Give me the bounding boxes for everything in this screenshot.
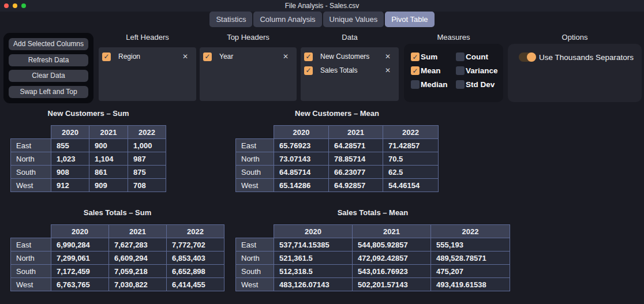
median-checkbox[interactable] [411, 80, 420, 89]
add-selected-columns-button[interactable]: Add Selected Columns [9, 38, 88, 50]
table-cell: 62.5 [383, 166, 439, 179]
measure-label: Std Dev [466, 80, 495, 89]
column-item-label: New Customers [320, 52, 369, 61]
row-header: East [236, 238, 274, 252]
table-cell: 6,763,765 [51, 278, 109, 291]
row-header: East [236, 139, 274, 152]
window-title: File Analysis - Sales.csv [0, 2, 644, 10]
table-cell: 493,419.61538 [431, 278, 510, 291]
table-row: South64.8571466.2307762.5 [236, 166, 439, 179]
count-checkbox[interactable] [456, 52, 465, 61]
measure-label: Mean [421, 66, 441, 75]
pivot-table-sales-totals-mean: 202020212022East537,714.15385544,805.928… [235, 224, 510, 291]
pivot-table-title: Sales Totals – Mean [235, 208, 510, 217]
table-cell: 544,805.92857 [353, 238, 431, 252]
measure-label: Variance [466, 66, 498, 75]
table-cell: 6,414,455 [167, 278, 224, 291]
tab-pivot-table[interactable]: Pivot Table [385, 12, 434, 27]
new-customers-checkbox[interactable]: ✓ [304, 52, 313, 61]
table-cell: 64.85714 [274, 166, 329, 179]
pivot-table-block-sales-totals-mean: Sales Totals – Mean202020212022East537,7… [235, 208, 510, 291]
column-header: 2021 [89, 126, 128, 139]
table-row: East65.7692364.2857171.42857 [236, 139, 439, 152]
column-header: 2021 [353, 225, 431, 238]
column-header: 2022 [128, 126, 166, 139]
table-cell: 1,023 [51, 152, 89, 166]
row-header: West [11, 179, 51, 192]
refresh-data-button[interactable]: Refresh Data [9, 54, 88, 66]
sum-checkbox[interactable]: ✓ [411, 52, 420, 61]
year-remove-icon[interactable]: ✕ [283, 52, 289, 61]
sales-totals-remove-icon[interactable]: ✕ [385, 66, 391, 74]
table-cell: 71.42857 [383, 139, 439, 152]
table-cell: 543,016.76923 [353, 265, 431, 278]
table-cell: 6,652,898 [167, 265, 224, 278]
tab-column-analysis[interactable]: Column Analysis [253, 12, 321, 27]
year-checkbox[interactable]: ✓ [203, 52, 212, 61]
region-checkbox[interactable]: ✓ [102, 52, 111, 61]
row-header: South [236, 265, 274, 278]
table-cell: 65.14286 [274, 179, 329, 192]
row-header: South [11, 265, 51, 278]
table-cell: 521,361.5 [274, 252, 353, 265]
table-row: East537,714.15385544,805.92857555,193 [236, 238, 510, 252]
row-header: West [11, 278, 51, 291]
table-cell: 7,627,283 [109, 238, 167, 252]
measure-count: Count [456, 52, 498, 61]
region-remove-icon[interactable]: ✕ [182, 52, 188, 61]
table-cell: 855 [51, 139, 89, 152]
row-header: East [11, 139, 51, 152]
column-header: 2022 [167, 225, 224, 238]
table-cell: 6,609,294 [109, 252, 167, 265]
table-cell: 909 [89, 179, 128, 192]
table-row: North521,361.5472,092.42857489,528.78571 [236, 252, 510, 265]
tab-unique-values[interactable]: Unique Values [323, 12, 384, 27]
corner-cell [236, 126, 274, 139]
row-header: West [236, 278, 274, 291]
corner-cell [236, 225, 274, 238]
pivot-table-block-new-customers-sum: New Customers – Sum202020212022East85590… [10, 108, 166, 192]
table-cell: 78.85714 [329, 152, 383, 166]
measure-label: Sum [421, 52, 437, 61]
table-cell: 502,201.57143 [353, 278, 431, 291]
measure-label: Median [421, 80, 448, 89]
table-cell: 7,299,061 [51, 252, 109, 265]
row-header: North [236, 152, 274, 166]
section-measures: Measures ✓SumCount✓MeanVarianceMedianStd… [404, 33, 503, 102]
variance-checkbox[interactable] [456, 66, 465, 75]
table-row: North1,0231,104987 [11, 152, 166, 166]
std-dev-checkbox[interactable] [456, 80, 465, 89]
row-header: West [236, 179, 274, 192]
new-customers-remove-icon[interactable]: ✕ [385, 52, 391, 61]
measures-panel: ✓SumCount✓MeanVarianceMedianStd Dev [404, 44, 503, 102]
table-cell: 987 [128, 152, 166, 166]
table-cell: 54.46154 [383, 179, 439, 192]
row-header: North [11, 152, 51, 166]
column-header: 2020 [274, 126, 329, 139]
options-panel: Use Thousands Separators [508, 44, 642, 102]
table-cell: 537,714.15385 [274, 238, 353, 252]
swap-left-and-top-button[interactable]: Swap Left and Top [9, 86, 88, 98]
pivot-table-sales-totals-sum: 202020212022East6,990,2847,627,2837,772,… [10, 224, 224, 291]
thousands-separators-toggle[interactable] [519, 52, 536, 62]
column-header: 2020 [51, 225, 109, 238]
table-cell: 65.76923 [274, 139, 329, 152]
table-row: West483,126.07143502,201.57143493,419.61… [236, 278, 510, 291]
sales-totals-checkbox[interactable]: ✓ [304, 66, 313, 75]
mean-checkbox[interactable]: ✓ [411, 66, 420, 75]
row-header: North [11, 252, 51, 265]
clear-data-button[interactable]: Clear Data [9, 70, 88, 82]
table-row: South908861875 [11, 166, 166, 179]
left-headers-list: ✓Region✕ [99, 47, 196, 101]
measure-median: Median [411, 80, 456, 89]
table-cell: 708 [128, 179, 166, 192]
tab-statistics[interactable]: Statistics [209, 12, 252, 27]
options-title: Options [508, 33, 642, 42]
thousands-separators-option: Use Thousands Separators [519, 52, 636, 62]
row-header: South [236, 166, 274, 179]
table-cell: 900 [89, 139, 128, 152]
column-header: 2021 [109, 225, 167, 238]
table-cell: 555,193 [431, 238, 510, 252]
measure-std-dev: Std Dev [456, 80, 498, 89]
row-header: South [11, 166, 51, 179]
